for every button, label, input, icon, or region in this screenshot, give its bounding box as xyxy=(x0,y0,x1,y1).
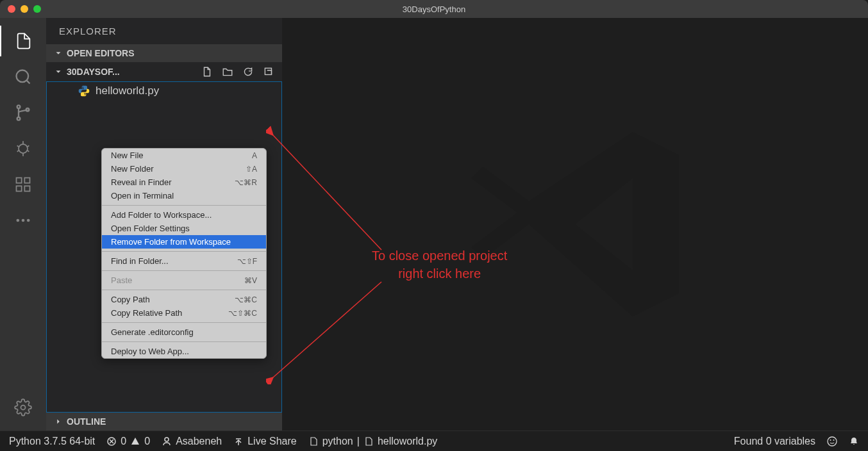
status-live-share[interactable]: Live Share xyxy=(233,436,297,447)
menu-open-terminal[interactable]: Open in Terminal xyxy=(102,189,266,202)
menu-copy-relative-path[interactable]: Copy Relative Path⌥⇧⌘C xyxy=(102,306,266,320)
folder-section[interactable]: 30DAYSOF... xyxy=(46,62,282,81)
open-editors-section[interactable]: OPEN EDITORS xyxy=(46,44,282,62)
status-python-version[interactable]: Python 3.7.5 64-bit xyxy=(9,436,95,447)
svg-point-16 xyxy=(17,219,20,222)
files-icon xyxy=(15,32,33,50)
svg-rect-13 xyxy=(24,178,29,183)
status-language[interactable]: python | helloworld.py xyxy=(308,436,438,447)
status-variables[interactable]: Found 0 variables xyxy=(734,436,815,447)
chevron-down-icon xyxy=(54,49,63,58)
svg-point-2 xyxy=(17,105,21,108)
svg-rect-14 xyxy=(17,186,22,191)
menu-remove-folder-workspace[interactable]: Remove Folder from Workspace xyxy=(102,235,266,249)
folder-name: 30DAYSOF... xyxy=(67,67,120,77)
maximize-window-button[interactable] xyxy=(33,5,41,13)
svg-point-26 xyxy=(165,438,169,441)
traffic-lights xyxy=(8,5,41,13)
bell-icon xyxy=(849,436,859,447)
svg-point-0 xyxy=(17,70,29,83)
svg-rect-20 xyxy=(265,68,271,74)
svg-point-29 xyxy=(833,439,835,441)
search-tab[interactable] xyxy=(8,62,38,92)
python-file-icon xyxy=(78,85,90,97)
menu-open-folder-settings[interactable]: Open Folder Settings xyxy=(102,222,266,235)
menu-new-folder[interactable]: New Folder⇧A xyxy=(102,162,266,176)
vscode-logo-watermark xyxy=(460,109,690,340)
context-menu: New FileA New Folder⇧A Reveal in Finder⌥… xyxy=(101,148,267,359)
status-feedback[interactable] xyxy=(827,436,837,447)
sidebar-title: EXPLORER xyxy=(46,18,282,44)
svg-point-5 xyxy=(19,144,28,153)
git-branch-icon xyxy=(14,104,32,122)
activity-bar xyxy=(0,18,46,430)
titlebar: 30DaysOfPython xyxy=(0,0,868,18)
close-window-button[interactable] xyxy=(8,5,15,13)
chevron-down-icon xyxy=(54,67,63,76)
person-icon xyxy=(162,436,172,447)
extensions-icon xyxy=(14,176,32,193)
file-icon xyxy=(363,436,374,447)
error-icon xyxy=(106,436,117,447)
explorer-tab[interactable] xyxy=(0,26,46,56)
search-icon xyxy=(14,68,32,86)
settings-tab[interactable] xyxy=(8,392,38,423)
svg-point-27 xyxy=(828,437,837,446)
svg-point-19 xyxy=(21,406,26,410)
chevron-right-icon xyxy=(54,417,63,426)
menu-add-folder-workspace[interactable]: Add Folder to Workspace... xyxy=(102,208,266,222)
menu-find-in-folder[interactable]: Find in Folder...⌥⇧F xyxy=(102,254,266,268)
ellipsis-icon xyxy=(14,211,32,229)
smiley-icon xyxy=(827,436,837,447)
warning-icon xyxy=(130,436,140,447)
refresh-icon[interactable] xyxy=(242,66,254,78)
svg-point-28 xyxy=(830,439,831,441)
menu-reveal-finder[interactable]: Reveal in Finder⌥⌘R xyxy=(102,176,266,189)
svg-line-1 xyxy=(26,80,29,83)
editor-area xyxy=(282,18,868,430)
menu-deploy-web-app[interactable]: Deploy to Web App... xyxy=(102,345,266,358)
minimize-window-button[interactable] xyxy=(21,5,28,13)
live-share-icon xyxy=(233,436,244,447)
debug-tab[interactable] xyxy=(8,133,38,164)
menu-new-file[interactable]: New FileA xyxy=(102,149,266,162)
file-icon xyxy=(308,436,319,447)
menu-paste: Paste⌘V xyxy=(102,274,266,287)
new-file-icon[interactable] xyxy=(201,66,213,78)
window-title: 30DaysOfPython xyxy=(403,4,465,14)
menu-copy-path[interactable]: Copy Path⌥⌘C xyxy=(102,293,266,306)
source-control-tab[interactable] xyxy=(8,97,38,128)
file-item[interactable]: helloworld.py xyxy=(47,82,281,100)
open-editors-label: OPEN EDITORS xyxy=(67,48,135,58)
svg-point-17 xyxy=(22,219,25,222)
bug-icon xyxy=(14,140,32,158)
extensions-tab[interactable] xyxy=(8,169,38,200)
status-bar: Python 3.7.5 64-bit 0 0 Asabeneh Live Sh… xyxy=(0,430,868,451)
gear-icon xyxy=(14,398,32,416)
more-tab[interactable] xyxy=(8,205,38,236)
file-name: helloworld.py xyxy=(96,85,159,97)
status-notifications[interactable] xyxy=(849,436,859,447)
new-folder-icon[interactable] xyxy=(222,66,233,78)
outline-label: OUTLINE xyxy=(67,416,106,427)
menu-generate-editorconfig[interactable]: Generate .editorconfig xyxy=(102,325,266,339)
svg-rect-12 xyxy=(17,178,22,183)
svg-point-18 xyxy=(27,219,30,222)
outline-section[interactable]: OUTLINE xyxy=(46,413,282,430)
status-problems[interactable]: 0 0 xyxy=(106,436,150,447)
svg-rect-15 xyxy=(24,186,29,191)
collapse-all-icon[interactable] xyxy=(263,66,274,78)
svg-point-3 xyxy=(17,117,21,120)
status-user[interactable]: Asabeneh xyxy=(162,436,222,447)
